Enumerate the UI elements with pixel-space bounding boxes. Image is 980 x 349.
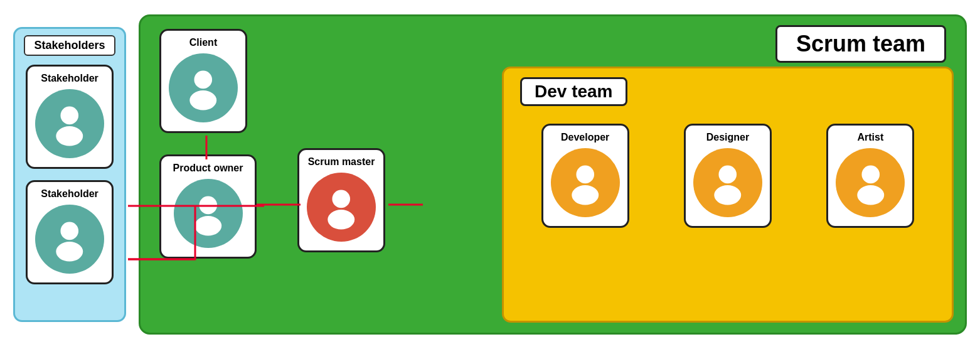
stakeholder-card-1: Stakeholder [26,65,114,169]
svg-point-4 [194,71,213,89]
svg-point-0 [61,107,79,125]
client-avatar [169,53,238,122]
designer-icon [705,160,750,205]
artist-card: Artist [826,124,914,228]
scrum-master-area: Scrum master [297,148,385,252]
designer-avatar [693,148,762,217]
client-area: Client [159,29,247,133]
dev-team-box: Dev team Developer Designer [502,67,954,323]
svg-point-5 [190,90,217,110]
client-label: Client [189,37,217,48]
developer-card: Developer [541,124,629,228]
stakeholders-box: Stakeholders Stakeholder Stakeholder [13,27,126,322]
scrum-master-label: Scrum master [308,156,375,168]
dev-team-title: Dev team [520,77,627,106]
designer-label: Designer [706,132,749,143]
artist-avatar [836,148,905,217]
svg-point-1 [56,126,83,146]
svg-point-15 [719,166,737,184]
scrum-master-icon [319,185,364,230]
stakeholder-label-2: Stakeholder [41,188,99,200]
diagram-wrapper: Stakeholders Stakeholder Stakeholder Scr… [13,11,967,338]
developer-icon [563,160,608,205]
scrum-master-avatar [307,173,376,242]
product-owner-area: Product owner [159,154,257,259]
svg-point-9 [328,210,355,229]
stakeholder-avatar-1 [35,89,104,158]
scrum-team-box: Scrum team Client Product owner [139,14,967,335]
person-icon [47,101,92,146]
svg-point-16 [715,185,742,205]
scrum-team-title: Scrum team [775,25,946,63]
client-card: Client [159,29,247,133]
svg-point-18 [857,185,884,205]
stakeholder-avatar-2 [35,205,104,274]
developer-label: Developer [561,132,609,143]
dev-team-members: Developer Designer [514,124,942,228]
stakeholder-card-2: Stakeholder [26,180,114,284]
product-owner-card: Product owner [159,154,257,259]
person-icon-2 [47,217,92,262]
product-owner-label: Product owner [173,163,243,174]
developer-avatar [551,148,620,217]
designer-card: Designer [684,124,772,228]
svg-point-7 [194,216,221,235]
artist-icon [848,160,893,205]
svg-point-3 [56,242,83,261]
product-owner-avatar [174,179,243,248]
stakeholder-label-1: Stakeholder [41,73,99,84]
product-owner-icon [186,191,231,236]
scrum-master-card: Scrum master [297,148,385,252]
svg-point-8 [333,190,351,208]
svg-point-14 [572,185,599,205]
svg-point-6 [199,196,217,215]
artist-label: Artist [857,132,883,143]
client-icon [181,65,226,110]
stakeholders-title: Stakeholders [24,35,115,56]
svg-point-17 [861,166,880,184]
svg-point-13 [576,166,594,184]
svg-point-2 [61,222,79,240]
